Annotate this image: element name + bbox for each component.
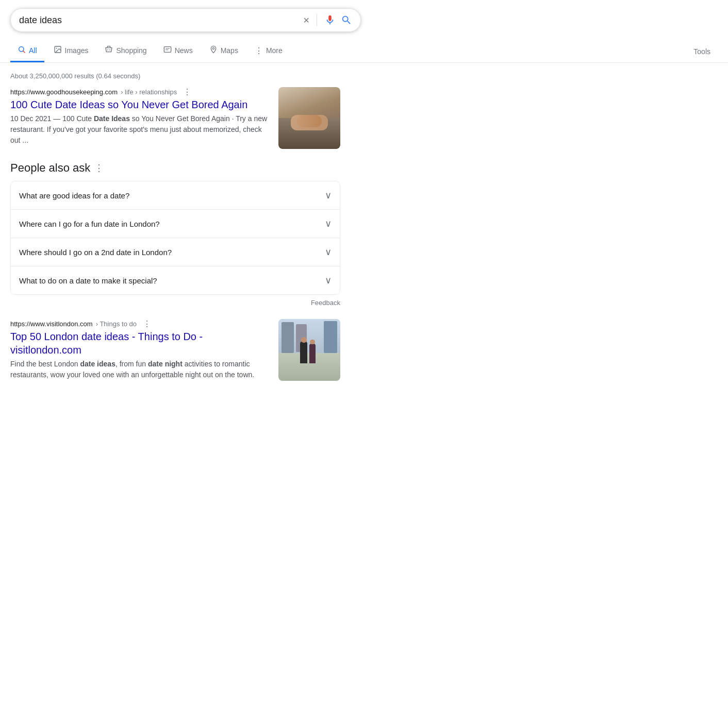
result-title-link-2[interactable]: Top 50 London date ideas - Things to Do …	[10, 331, 203, 356]
paa-chevron-4: ∨	[325, 275, 332, 286]
paa-chevron-1: ∨	[325, 190, 332, 201]
paa-chevron-2: ∨	[325, 218, 332, 229]
svg-rect-4	[164, 47, 171, 53]
tab-images-label: Images	[65, 46, 89, 55]
mic-icon[interactable]	[324, 14, 336, 26]
result-title-1[interactable]: 100 Cute Date Ideas so You Never Get Bor…	[10, 98, 272, 111]
paa-item-4[interactable]: What to do on a date to make it special?…	[11, 266, 340, 294]
result-title-2[interactable]: Top 50 London date ideas - Things to Do …	[10, 330, 272, 357]
tab-news-label: News	[175, 46, 193, 55]
tab-all[interactable]: All	[10, 40, 44, 62]
result-main-1: https://www.goodhousekeeping.com › life …	[10, 87, 272, 149]
result-main-2: https://www.visitlondon.com › Things to …	[10, 319, 272, 381]
divider	[317, 14, 317, 26]
search-input[interactable]	[19, 15, 299, 26]
all-icon	[18, 45, 26, 56]
tab-images[interactable]: Images	[46, 40, 96, 62]
tab-maps[interactable]: Maps	[202, 40, 245, 62]
paa-question-1: What are good ideas for a date?	[19, 191, 129, 200]
result-thumbnail-1	[278, 87, 340, 149]
result-snippet-2: Find the best London date ideas, from fu…	[10, 359, 272, 380]
news-icon	[163, 45, 172, 56]
result-snippet-1: 10 Dec 2021 — 100 Cute Date Ideas so You…	[10, 113, 272, 146]
more-dots-icon: ⋮	[255, 46, 263, 56]
result-url-1: https://www.goodhousekeeping.com	[10, 88, 118, 96]
svg-line-1	[23, 51, 25, 53]
nav-tabs: All Images Shopping News Maps ⋮ More Too…	[0, 36, 728, 63]
tab-news[interactable]: News	[156, 40, 200, 62]
result-card-1: https://www.goodhousekeeping.com › life …	[10, 87, 340, 149]
search-bar-container: ×	[0, 0, 728, 32]
result-url-row-1: https://www.goodhousekeeping.com › life …	[10, 87, 272, 97]
clear-icon[interactable]: ×	[303, 14, 309, 26]
tab-shopping-label: Shopping	[116, 46, 146, 55]
tab-more-label: More	[266, 46, 283, 55]
result-breadcrumb-1: › life › relationships	[121, 88, 177, 96]
paa-title: People also ask	[10, 161, 90, 175]
result-url-2: https://www.visitlondon.com	[10, 320, 93, 328]
svg-point-7	[212, 47, 214, 49]
result-menu-2[interactable]: ⋮	[143, 319, 151, 329]
tab-shopping[interactable]: Shopping	[97, 40, 154, 62]
search-bar: ×	[10, 8, 361, 32]
result-menu-1[interactable]: ⋮	[183, 87, 191, 97]
result-url-row-2: https://www.visitlondon.com › Things to …	[10, 319, 272, 329]
paa-question-2: Where can I go for a fun date in London?	[19, 220, 160, 228]
paa-items: What are good ideas for a date? ∨ Where …	[10, 181, 340, 295]
paa-question-4: What to do on a date to make it special?	[19, 276, 157, 285]
result-card-2: https://www.visitlondon.com › Things to …	[10, 319, 340, 381]
result-title-link-1[interactable]: 100 Cute Date Ideas so You Never Get Bor…	[10, 99, 247, 110]
shopping-icon	[105, 45, 113, 56]
search-button[interactable]	[341, 14, 352, 26]
search-icons: ×	[303, 14, 352, 26]
tab-maps-label: Maps	[221, 46, 238, 55]
paa-menu-dots[interactable]: ⋮	[94, 162, 104, 174]
paa-item-2[interactable]: Where can I go for a fun date in London?…	[11, 210, 340, 238]
svg-point-3	[56, 48, 57, 49]
result-breadcrumb-2: › Things to do	[96, 320, 137, 328]
tab-more[interactable]: ⋮ More	[247, 41, 290, 62]
tools-button[interactable]: Tools	[686, 42, 718, 61]
paa-item-1[interactable]: What are good ideas for a date? ∨	[11, 181, 340, 210]
tab-all-label: All	[29, 46, 37, 55]
people-also-ask-section: People also ask ⋮ What are good ideas fo…	[10, 161, 340, 307]
paa-feedback[interactable]: Feedback	[10, 299, 340, 307]
results-container: About 3,250,000,000 results (0.64 second…	[0, 63, 351, 381]
paa-item-3[interactable]: Where should I go on a 2nd date in Londo…	[11, 238, 340, 266]
paa-chevron-3: ∨	[325, 246, 332, 258]
images-icon	[54, 45, 62, 56]
maps-icon	[209, 45, 218, 56]
paa-header: People also ask ⋮	[10, 161, 340, 175]
results-count: About 3,250,000,000 results (0.64 second…	[10, 68, 340, 87]
result-thumbnail-2	[278, 319, 340, 381]
paa-question-3: Where should I go on a 2nd date in Londo…	[19, 248, 172, 257]
